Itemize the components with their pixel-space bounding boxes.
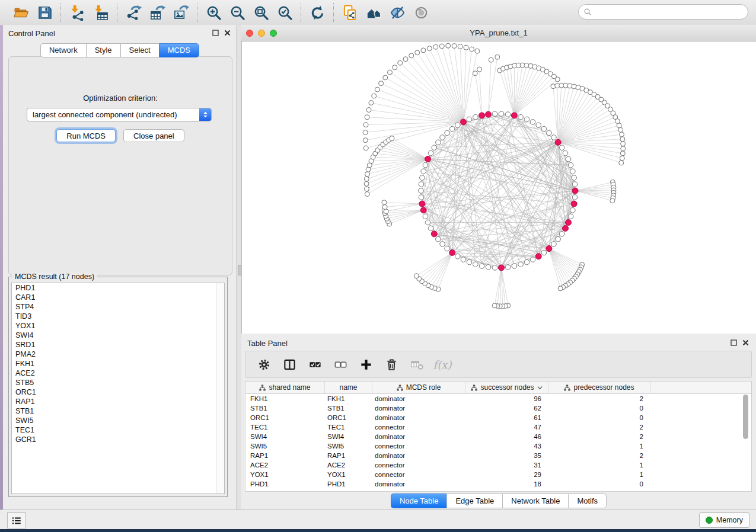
toolbar-group [117, 3, 197, 22]
toolbar-group [61, 3, 117, 22]
mcds-result-item[interactable]: GCR1 [12, 435, 224, 444]
cell-successor_nodes: 61 [465, 414, 548, 421]
zoom-in-icon[interactable] [204, 3, 223, 22]
cell-successor_nodes: 18 [465, 480, 548, 488]
cell-shared_name: YOX1 [245, 471, 325, 478]
table-row[interactable]: PHD1PHD1dominator180 [245, 479, 751, 489]
toolbar-group [5, 3, 60, 22]
mcds-result-list[interactable]: PHD1CAR1STP4TID3YOX1SWI4SRD1PMA2FKH1ACE2… [11, 283, 225, 494]
mcds-result-item[interactable]: STP4 [12, 302, 224, 312]
column-header-MCDS-role[interactable]: MCDS role [372, 382, 465, 393]
close-panel-button[interactable]: Close panel [123, 129, 184, 142]
column-type-icon [397, 384, 403, 391]
mcds-result-item[interactable]: TEC1 [12, 425, 224, 435]
deselect-all-columns-icon[interactable] [333, 357, 348, 372]
mcds-result-item[interactable]: ACE2 [12, 368, 224, 378]
delete-column-icon[interactable] [384, 357, 399, 372]
mcds-result-item[interactable]: SWI5 [12, 416, 224, 425]
panel-splitter[interactable] [237, 25, 241, 509]
search-box[interactable] [578, 4, 748, 20]
save-session-icon[interactable] [35, 3, 54, 22]
table-settings-icon[interactable] [256, 357, 272, 372]
table-row[interactable]: YOX1YOX1connector291 [245, 470, 751, 479]
mcds-result-item[interactable]: SRD1 [12, 340, 224, 350]
node-table[interactable]: shared namenameMCDS rolesuccessor nodesp… [245, 381, 752, 492]
mcds-result-item[interactable]: ORC1 [12, 387, 224, 397]
tab-network-table[interactable]: Network Table [502, 493, 568, 508]
table-row[interactable]: SWI4SWI4dominator462 [245, 432, 751, 441]
table-scrollbar[interactable] [743, 395, 748, 439]
mcds-result-item[interactable]: YOX1 [12, 321, 224, 331]
cell-name: ORC1 [325, 414, 372, 421]
cell-shared_name: ACE2 [245, 462, 325, 469]
network-graph[interactable] [242, 41, 756, 334]
mcds-result-item[interactable]: FKH1 [12, 359, 224, 368]
cell-shared_name: PHD1 [245, 480, 325, 488]
home-neighborhood-icon[interactable] [364, 3, 383, 22]
column-type-icon [471, 384, 477, 391]
tab-style[interactable]: Style [86, 43, 120, 57]
select-all-columns-icon[interactable] [307, 357, 323, 372]
close-panel-icon[interactable] [224, 30, 231, 36]
table-row[interactable]: RAP1RAP1dominator352 [245, 451, 751, 460]
export-table-icon[interactable] [148, 3, 167, 22]
desktop-wallpaper-bottom [0, 529, 756, 532]
zoom-fit-icon[interactable] [251, 3, 270, 22]
cell-mcds_role: dominator [372, 433, 465, 440]
tab-select[interactable]: Select [120, 43, 159, 57]
import-network-icon[interactable] [68, 3, 87, 22]
tab-network[interactable]: Network [40, 43, 86, 57]
memory-label: Memory [716, 516, 743, 524]
network-canvas[interactable] [241, 41, 756, 334]
float-table-panel-icon[interactable] [731, 339, 737, 346]
table-row[interactable]: ACE2ACE2connector311 [245, 460, 751, 470]
criterion-dropdown[interactable]: largest connected component (undirected) [27, 108, 212, 121]
search-input[interactable] [595, 7, 748, 17]
show-eye-icon[interactable] [412, 3, 430, 22]
tab-edge-table[interactable]: Edge Table [446, 493, 502, 508]
open-file-icon[interactable] [11, 3, 30, 22]
table-row[interactable]: SWI5SWI5connector431 [245, 441, 751, 451]
mcds-tab-content: Optimization criterion: largest connecte… [8, 56, 232, 275]
table-row[interactable]: ORC1ORC1dominator610 [245, 413, 751, 422]
mcds-result-item[interactable]: CAR1 [12, 293, 224, 302]
column-header-successor-nodes[interactable]: successor nodes [465, 382, 548, 393]
mcds-list-scrollbar[interactable] [216, 283, 224, 493]
task-history-button[interactable] [7, 512, 26, 528]
list-icon [11, 515, 22, 526]
mcds-result-item[interactable]: PHD1 [12, 283, 224, 293]
mcds-result-item[interactable]: RAP1 [12, 397, 224, 406]
column-header-shared-name[interactable]: shared name [245, 382, 325, 393]
export-network-icon[interactable] [124, 3, 143, 22]
cell-successor_nodes: 96 [465, 395, 548, 402]
hide-toggle-icon[interactable] [388, 3, 407, 22]
mcds-result-item[interactable]: SWI4 [12, 331, 224, 340]
mcds-result-item[interactable]: STB5 [12, 378, 224, 387]
zoom-selected-icon[interactable] [275, 3, 294, 22]
show-columns-icon[interactable] [282, 357, 297, 372]
close-table-panel-icon[interactable] [742, 339, 749, 346]
import-table-icon[interactable] [91, 3, 110, 22]
column-header-name[interactable]: name [325, 382, 372, 393]
network-document-icon[interactable] [340, 3, 359, 22]
table-row[interactable]: FKH1FKH1dominator962 [245, 394, 751, 403]
zoom-out-icon[interactable] [228, 3, 247, 22]
tab-mcds[interactable]: MCDS [159, 43, 199, 57]
cell-successor_nodes: 62 [465, 405, 548, 412]
float-panel-icon[interactable] [212, 30, 219, 36]
column-header-predecessor-nodes[interactable]: predecessor nodes [548, 382, 650, 393]
tab-motifs[interactable]: Motifs [568, 493, 607, 508]
mcds-result-item[interactable]: PMA2 [12, 350, 224, 359]
apply-layout-icon[interactable] [308, 3, 327, 22]
mcds-result-item[interactable]: STB1 [12, 406, 224, 416]
run-mcds-button[interactable]: Run MCDS [56, 129, 116, 142]
cell-successor_nodes: 46 [465, 433, 548, 440]
mcds-result-item[interactable]: TID3 [12, 312, 224, 321]
table-row[interactable]: STB1STB1dominator620 [245, 403, 751, 413]
tab-node-table[interactable]: Node Table [391, 493, 447, 508]
create-column-icon[interactable] [358, 357, 374, 372]
column-header-label: name [339, 383, 357, 392]
export-image-icon[interactable] [171, 3, 190, 22]
memory-button[interactable]: Memory [699, 512, 749, 528]
table-row[interactable]: TEC1TEC1connector472 [245, 422, 751, 432]
